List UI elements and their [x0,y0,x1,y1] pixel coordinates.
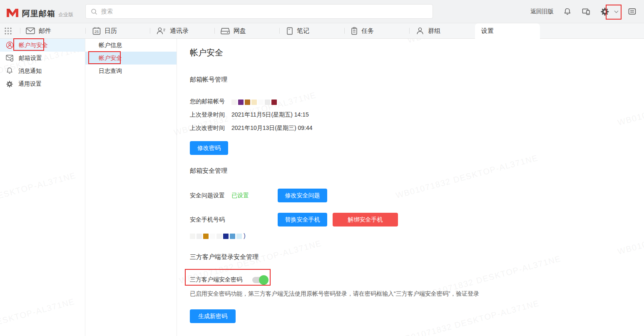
sidebar-item-notifications[interactable]: 消息通知 [0,65,85,77]
page-title: 帐户安全 [190,47,627,58]
phone-redacted-suffix: ) [244,232,246,239]
security-phone-redacted: ) [190,232,627,239]
submenu-item-label: 日志查询 [99,67,122,75]
last-login-label: 上次登录时间 [190,111,231,119]
security-question-row: 安全问题设置 已设置 修改安全问题 [190,189,627,202]
calendar-icon: 25 [92,27,101,35]
third-party-password-toggle[interactable] [252,277,268,283]
bell-icon [6,67,13,75]
tab-contacts[interactable]: 通讯录 [156,23,189,38]
tab-drive-label: 网盘 [234,27,246,35]
tab-contacts-label: 通讯录 [170,27,189,35]
notifications-bell-icon[interactable] [562,7,572,17]
search-input[interactable]: 搜索 [85,4,433,19]
tab-notes-label: 笔记 [297,27,309,35]
sidebar-item-account-security[interactable]: 帐户与安全 [0,39,85,52]
last-password-change-label: 上次改密时间 [190,124,231,132]
tab-calendar-label: 日历 [104,27,117,35]
security-question-status-badge: 已设置 [231,192,278,199]
section-heading-third-party-client: 三方客户端登录安全管理 [190,253,627,261]
modify-security-question-button[interactable]: 修改安全问题 [278,189,327,202]
email-account-row: 您的邮箱帐号 [190,97,627,106]
drive-icon [221,27,230,35]
third-party-password-label: 三方客户端安全密码 [190,276,242,284]
app-window: WB01071832 DESKTOP-AL371NE WB01071832 DE… [0,0,644,336]
unbind-security-phone-button[interactable]: 解绑安全手机 [333,213,398,226]
groups-icon [416,27,424,35]
tab-calendar[interactable]: 25 日历 [92,23,117,38]
generate-new-password-button[interactable]: 生成新密码 [190,309,236,323]
chevron-down-icon[interactable] [614,7,619,17]
sidebar-item-label: 帐户与安全 [19,42,48,49]
svg-text:25: 25 [94,30,99,34]
brand-edition-badge: 企业版 [58,11,73,18]
replace-security-phone-button[interactable]: 替换安全手机 [278,213,327,226]
submenu-item-label: 帐户安全 [99,55,122,62]
search-icon [91,8,97,15]
last-login-row: 上次登录时间 2021年11月5日(星期五) 14:15 [190,111,627,119]
brand-logo[interactable]: 阿里邮箱 企业版 [6,5,73,19]
submenu-item-log-query[interactable]: 日志查询 [85,65,177,77]
person-circle-icon [6,41,14,49]
multi-device-icon[interactable] [581,7,591,17]
contacts-icon [156,27,166,35]
app-nav-tabs: 邮件 25 日历 通讯录 [0,23,644,39]
account-security-panel: 帐户安全 邮箱帐号管理 您的邮箱帐号 上次登录时间 2021年11月5日(星期五… [177,39,644,336]
topbar: 阿里邮箱 企业版 搜索 返回旧版 [0,0,644,23]
alimail-m-logo-icon [6,7,19,18]
tab-notes[interactable]: 笔记 [286,23,309,38]
app-grid-icon[interactable] [4,27,12,35]
security-phone-label: 安全手机号码 [190,216,278,224]
sidebar-item-mail-settings[interactable]: 邮箱设置 [0,52,85,65]
notes-icon [286,27,293,35]
email-account-label: 您的邮箱帐号 [190,98,231,105]
change-password-button[interactable]: 修改密码 [190,141,228,155]
tab-mail[interactable]: 邮件 [26,23,51,38]
security-phone-row: 安全手机号码 替换安全手机 解绑安全手机 [190,213,627,226]
section-heading-mailbox-account: 邮箱帐号管理 [190,76,627,84]
third-party-password-row: 三方客户端安全密码 [190,275,627,285]
brand-name: 阿里邮箱 [22,8,55,19]
security-question-label: 安全问题设置 [190,192,231,199]
tab-tasks-label: 任务 [361,27,374,35]
third-party-password-description: 已启用安全密码功能，第三方客户端无法使用原帐号密码登录，请在密码框输入“三方客户… [190,290,627,298]
feedback-icon[interactable] [627,7,637,17]
tab-mail-label: 邮件 [39,27,51,35]
tab-settings[interactable]: 设置 [475,23,540,39]
mail-gear-icon [6,55,14,62]
last-password-change-row: 上次改密时间 2021年10月13日(星期三) 09:44 [190,124,627,132]
email-account-redacted [231,98,278,105]
mail-icon [26,27,35,34]
section-heading-mailbox-security: 邮箱安全管理 [190,167,627,175]
settings-sidebar: 帐户与安全 邮箱设置 消息通知 [0,39,85,336]
submenu-item-label: 帐户信息 [99,42,122,49]
gear-icon [6,80,13,88]
account-submenu: 帐户信息 帐户安全 日志查询 [85,39,177,336]
tab-drive[interactable]: 网盘 [221,23,246,38]
tab-tasks[interactable]: 任务 [351,23,374,38]
tab-groups[interactable]: 群组 [416,23,440,38]
submenu-item-account-info[interactable]: 帐户信息 [85,39,177,52]
sidebar-item-label: 消息通知 [18,67,42,75]
sidebar-item-general-settings[interactable]: 通用设置 [0,77,85,90]
last-password-change-value: 2021年10月13日(星期三) 09:44 [231,124,313,132]
search-placeholder: 搜索 [101,8,113,15]
submenu-item-account-security[interactable]: 帐户安全 [85,52,177,65]
toggle-knob [259,275,269,285]
sidebar-item-label: 邮箱设置 [19,55,42,62]
sidebar-item-label: 通用设置 [18,80,42,88]
tab-groups-label: 群组 [428,27,440,35]
tasks-icon [351,27,358,35]
tab-settings-label: 设置 [481,27,494,35]
back-to-old-version-link[interactable]: 返回旧版 [530,8,554,15]
last-login-value: 2021年11月5日(星期五) 14:15 [231,111,309,119]
settings-gear-icon[interactable] [600,7,610,17]
